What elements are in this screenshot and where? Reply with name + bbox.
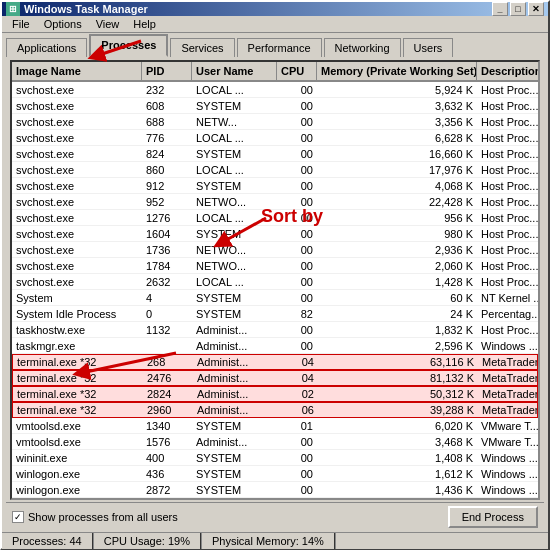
show-processes-checkbox[interactable]: ✓ (12, 511, 24, 523)
table-cell: 436 (142, 466, 192, 481)
status-processes: Processes: 44 (2, 533, 94, 549)
table-cell: 17,976 K (317, 162, 477, 177)
title-bar-left: ⊞ Windows Task Manager (6, 2, 148, 16)
table-cell: Percentag... (477, 306, 538, 321)
col-header-pid[interactable]: PID (142, 62, 192, 81)
table-row[interactable]: svchost.exe1276LOCAL ...00956 KHost Proc… (12, 210, 538, 226)
title-controls: _ □ ✕ (492, 2, 544, 16)
table-cell: 06 (278, 403, 318, 417)
table-cell: 3,356 K (317, 114, 477, 129)
table-row[interactable]: wininit.exe400SYSTEM001,408 KWindows ... (12, 450, 538, 466)
title-bar: ⊞ Windows Task Manager _ □ ✕ (2, 2, 548, 16)
table-cell: svchost.exe (12, 82, 142, 97)
table-cell: 952 (142, 194, 192, 209)
table-row[interactable]: svchost.exe860LOCAL ...0017,976 KHost Pr… (12, 162, 538, 178)
minimize-button[interactable]: _ (492, 2, 508, 16)
col-header-user[interactable]: User Name (192, 62, 277, 81)
menu-bar: File Options View Help (2, 16, 548, 33)
table-row[interactable]: svchost.exe688NETW...003,356 KHost Proc.… (12, 114, 538, 130)
table-row[interactable]: terminal.exe *32268Administ...0463,116 K… (12, 354, 538, 370)
table-row[interactable]: terminal.exe *322824Administ...0250,312 … (12, 386, 538, 402)
table-row[interactable]: svchost.exe824SYSTEM0016,660 KHost Proc.… (12, 146, 538, 162)
table-cell: winlogon.exe (12, 466, 142, 481)
table-body[interactable]: svchost.exe232LOCAL ...005,924 KHost Pro… (12, 82, 538, 498)
tab-networking[interactable]: Networking (324, 38, 401, 57)
table-cell: Administ... (192, 434, 277, 449)
table-cell: 1132 (142, 322, 192, 337)
tab-performance[interactable]: Performance (237, 38, 322, 57)
table-row[interactable]: svchost.exe2632LOCAL ...001,428 KHost Pr… (12, 274, 538, 290)
table-row[interactable]: taskmgr.exeAdminist...002,596 KWindows .… (12, 338, 538, 354)
table-cell: System (12, 290, 142, 305)
table-row[interactable]: svchost.exe1604SYSTEM00980 KHost Proc... (12, 226, 538, 242)
table-row[interactable]: svchost.exe1736NETWO...002,936 KHost Pro… (12, 242, 538, 258)
menu-view[interactable]: View (90, 16, 126, 32)
table-row[interactable]: terminal.exe *322476Administ...0481,132 … (12, 370, 538, 386)
col-header-name[interactable]: Image Name (12, 62, 142, 81)
tabs-bar: Applications Processes Services Performa… (2, 33, 548, 56)
status-cpu: CPU Usage: 19% (94, 533, 202, 549)
tab-users[interactable]: Users (403, 38, 454, 57)
table-cell: vmtoolsd.exe (12, 434, 142, 449)
col-header-cpu[interactable]: CPU (277, 62, 317, 81)
table-cell: Host Proc... (477, 178, 538, 193)
table-cell: taskmgr.exe (12, 338, 142, 353)
table-row[interactable]: System Idle Process0SYSTEM8224 KPercenta… (12, 306, 538, 322)
menu-options[interactable]: Options (38, 16, 88, 32)
table-cell: 2960 (143, 403, 193, 417)
table-cell: SYSTEM (192, 178, 277, 193)
table-row[interactable]: svchost.exe776LOCAL ...006,628 KHost Pro… (12, 130, 538, 146)
table-cell: MetaTrader (478, 387, 537, 401)
close-button[interactable]: ✕ (528, 2, 544, 16)
table-cell: SYSTEM (192, 226, 277, 241)
table-cell: svchost.exe (12, 130, 142, 145)
table-row[interactable]: svchost.exe232LOCAL ...005,924 KHost Pro… (12, 82, 538, 98)
end-process-button[interactable]: End Process (448, 506, 538, 528)
table-cell: 00 (277, 114, 317, 129)
table-row[interactable]: svchost.exe912SYSTEM004,068 KHost Proc..… (12, 178, 538, 194)
table-cell: 1,832 K (317, 322, 477, 337)
table-row[interactable]: svchost.exe1784NETWO...002,060 KHost Pro… (12, 258, 538, 274)
table-cell: 1,612 K (317, 466, 477, 481)
table-cell: svchost.exe (12, 210, 142, 225)
table-cell: 1784 (142, 258, 192, 273)
table-cell: Host Proc... (477, 130, 538, 145)
table-cell: 2,936 K (317, 242, 477, 257)
table-cell: Host Proc... (477, 146, 538, 161)
table-cell: 24 K (317, 306, 477, 321)
tab-services[interactable]: Services (170, 38, 234, 57)
table-header: Image Name PID User Name CPU Memory (Pri… (12, 62, 538, 82)
table-cell: 5,924 K (317, 82, 477, 97)
table-cell: 00 (277, 258, 317, 273)
table-cell: LOCAL ... (192, 274, 277, 289)
menu-file[interactable]: File (6, 16, 36, 32)
table-row[interactable]: winlogon.exe2872SYSTEM001,436 KWindows .… (12, 482, 538, 498)
table-row[interactable]: vmtoolsd.exe1340SYSTEM016,020 KVMware T.… (12, 418, 538, 434)
tab-processes[interactable]: Processes (89, 34, 168, 57)
table-cell: 00 (277, 450, 317, 465)
tab-applications[interactable]: Applications (6, 38, 87, 57)
table-cell: vmtoolsd.exe (12, 418, 142, 433)
table-cell: 82 (277, 306, 317, 321)
table-row[interactable]: winlogon.exe436SYSTEM001,612 KWindows ..… (12, 466, 538, 482)
table-cell: 956 K (317, 210, 477, 225)
table-cell: 00 (277, 242, 317, 257)
table-row[interactable]: System4SYSTEM0060 KNT Kernel ... (12, 290, 538, 306)
table-cell: 02 (278, 387, 318, 401)
table-cell: 04 (278, 371, 318, 385)
col-header-memory[interactable]: Memory (Private Working Set) (317, 62, 477, 81)
maximize-button[interactable]: □ (510, 2, 526, 16)
table-row[interactable]: terminal.exe *322960Administ...0639,288 … (12, 402, 538, 418)
table-row[interactable]: vmtoolsd.exe1576Administ...003,468 KVMwa… (12, 434, 538, 450)
table-row[interactable]: svchost.exe608SYSTEM003,632 KHost Proc..… (12, 98, 538, 114)
menu-help[interactable]: Help (127, 16, 162, 32)
show-processes-label[interactable]: ✓ Show processes from all users (12, 511, 178, 523)
table-cell: 3,632 K (317, 98, 477, 113)
table-cell: taskhostw.exe (12, 322, 142, 337)
table-row[interactable]: taskhostw.exe1132Administ...001,832 KHos… (12, 322, 538, 338)
table-cell: terminal.exe *32 (13, 387, 143, 401)
table-row[interactable]: svchost.exe952NETWO...0022,428 KHost Pro… (12, 194, 538, 210)
table-cell: 04 (278, 355, 318, 369)
table-cell: VMware T... (477, 434, 538, 449)
col-header-desc[interactable]: Description ▲ (477, 62, 538, 81)
